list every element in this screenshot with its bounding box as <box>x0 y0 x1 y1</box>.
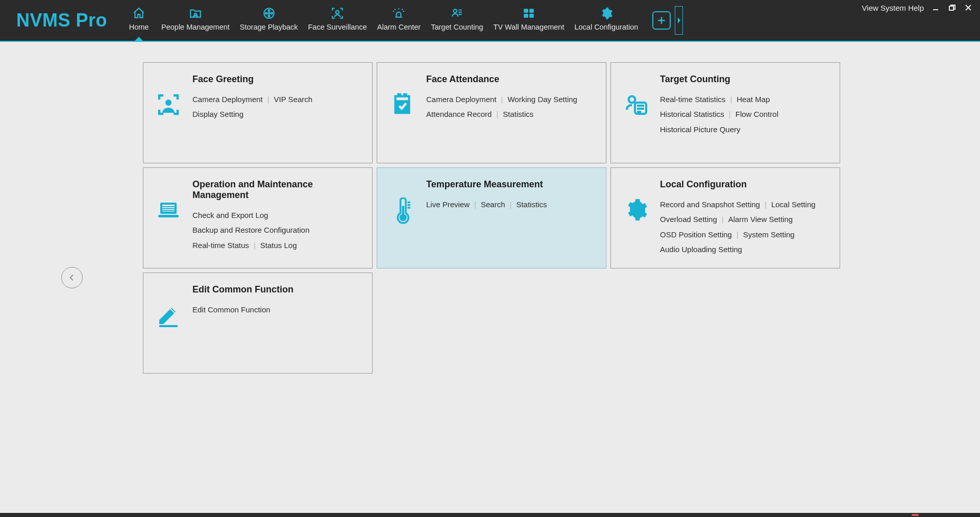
alarm-icon <box>391 5 406 21</box>
svg-point-21 <box>401 215 406 220</box>
card-title: Target Counting <box>660 74 829 85</box>
page-prev-button[interactable] <box>61 267 83 288</box>
status-bar <box>0 513 980 517</box>
nav-label: People Management <box>161 23 230 31</box>
nav-label: Target Counting <box>431 23 483 31</box>
link-search[interactable]: Search <box>481 197 505 212</box>
nav-add-group <box>652 0 683 41</box>
card-edit-common-function: Edit Common Function Edit Common Functio… <box>143 273 373 374</box>
add-tab-button[interactable] <box>652 11 671 30</box>
link-statistics[interactable]: Statistics <box>516 197 547 212</box>
main-nav: Home People Management Storage Playback … <box>121 0 643 41</box>
card-links: Edit Common Function <box>192 302 362 317</box>
system-help-link[interactable]: View System Help <box>862 4 924 12</box>
svg-point-16 <box>629 96 635 103</box>
link-display-setting[interactable]: Display Setting <box>192 107 243 121</box>
nav-tv-wall[interactable]: TV Wall Management <box>488 0 570 41</box>
nav-target-counting[interactable]: Target Counting <box>426 0 488 41</box>
gear-card-icon <box>621 179 651 258</box>
close-button[interactable] <box>964 3 973 12</box>
link-realtime-statistics[interactable]: Real-time Statistics <box>660 92 725 107</box>
link-heat-map[interactable]: Heat Map <box>737 92 770 107</box>
svg-rect-10 <box>529 9 534 13</box>
nav-label: Local Configuration <box>574 23 638 31</box>
card-title: Face Greeting <box>192 74 362 85</box>
svg-point-14 <box>165 100 172 106</box>
link-flow-control[interactable]: Flow Control <box>736 107 778 121</box>
card-title: Local Configuration <box>660 179 829 190</box>
svg-point-5 <box>268 15 270 17</box>
svg-point-7 <box>336 11 339 14</box>
link-vip-search[interactable]: VIP Search <box>274 92 312 107</box>
link-status-log[interactable]: Status Log <box>260 238 297 253</box>
card-links: Camera Deployment| Working Day Setting A… <box>426 92 596 122</box>
nav-local-configuration[interactable]: Local Configuration <box>569 0 643 41</box>
topbar: NVMS Pro Home People Management Storage … <box>0 0 980 41</box>
cards-grid: Face Greeting Camera Deployment| VIP Sea… <box>143 62 842 374</box>
card-title: Operation and Maintenance Management <box>192 179 362 201</box>
link-overload-setting[interactable]: Overload Setting <box>660 212 717 227</box>
svg-point-6 <box>268 12 270 14</box>
card-links: Camera Deployment| VIP Search Display Se… <box>192 92 362 122</box>
minimize-button[interactable] <box>931 3 940 12</box>
link-check-export-log[interactable]: Check and Export Log <box>192 208 268 223</box>
nav-face-surveillance[interactable]: Face Surveillance <box>303 0 372 41</box>
link-audio-uploading-setting[interactable]: Audio Uploading Setting <box>660 242 742 257</box>
edit-icon <box>154 284 183 363</box>
svg-rect-9 <box>524 9 528 13</box>
card-face-greeting: Face Greeting Camera Deployment| VIP Sea… <box>143 62 373 163</box>
face-greeting-icon <box>154 74 183 153</box>
expand-nav-button[interactable] <box>675 6 683 35</box>
card-links: Live Preview| Search| Statistics <box>426 197 596 212</box>
nav-alarm-center[interactable]: Alarm Center <box>372 0 426 41</box>
link-osd-position-setting[interactable]: OSD Position Setting <box>660 227 732 242</box>
nav-people-management[interactable]: People Management <box>156 0 235 41</box>
link-edit-common-function[interactable]: Edit Common Function <box>192 302 271 317</box>
workspace: Face Greeting Camera Deployment| VIP Sea… <box>0 41 980 513</box>
card-temperature-measurement: Temperature Measurement Live Preview| Se… <box>377 167 606 268</box>
link-attendance-record[interactable]: Attendance Record <box>426 107 492 121</box>
link-live-preview[interactable]: Live Preview <box>426 197 470 212</box>
card-local-configuration: Local Configuration Record and Snapshot … <box>610 167 840 268</box>
svg-rect-11 <box>524 14 528 18</box>
svg-point-8 <box>454 9 457 13</box>
link-historical-statistics[interactable]: Historical Statistics <box>660 107 724 121</box>
nav-label: TV Wall Management <box>494 23 565 31</box>
film-reel-icon <box>262 5 276 21</box>
link-camera-deployment[interactable]: Camera Deployment <box>192 92 263 107</box>
laptop-icon <box>154 179 183 258</box>
home-icon <box>132 5 145 21</box>
target-counting-icon <box>450 5 464 21</box>
link-camera-deployment[interactable]: Camera Deployment <box>426 92 497 107</box>
gear-icon <box>600 5 613 21</box>
link-historical-picture-query[interactable]: Historical Picture Query <box>660 122 741 137</box>
card-title: Face Attendance <box>426 74 596 85</box>
link-record-snapshot-setting[interactable]: Record and Snapshot Setting <box>660 197 760 212</box>
thermometer-icon <box>387 179 417 258</box>
card-title: Edit Common Function <box>192 284 362 295</box>
face-attendance-icon <box>387 74 417 153</box>
nav-storage-playback[interactable]: Storage Playback <box>235 0 303 41</box>
folder-people-icon <box>188 5 203 21</box>
maximize-button[interactable] <box>947 3 957 12</box>
link-realtime-status[interactable]: Real-time Status <box>192 238 249 253</box>
card-links: Real-time Statistics| Heat Map Historica… <box>660 92 829 137</box>
nav-label: Storage Playback <box>240 23 298 31</box>
link-alarm-view-setting[interactable]: Alarm View Setting <box>728 212 793 227</box>
svg-rect-20 <box>158 215 179 217</box>
link-statistics[interactable]: Statistics <box>503 107 533 121</box>
link-backup-restore[interactable]: Backup and Restore Configuration <box>192 223 309 237</box>
card-links: Record and Snapshot Setting| Local Setti… <box>660 197 829 257</box>
svg-rect-13 <box>949 6 953 10</box>
nav-label: Face Surveillance <box>308 23 367 31</box>
target-counting-card-icon <box>621 74 651 153</box>
card-links: Check and Export Log Backup and Restore … <box>192 208 362 253</box>
nav-label: Home <box>129 23 149 31</box>
link-working-day-setting[interactable]: Working Day Setting <box>507 92 577 107</box>
svg-rect-12 <box>529 14 534 18</box>
nav-home[interactable]: Home <box>121 0 156 41</box>
link-system-setting[interactable]: System Setting <box>743 227 795 242</box>
link-local-setting[interactable]: Local Setting <box>771 197 816 212</box>
svg-point-4 <box>271 12 272 14</box>
tv-wall-icon <box>522 5 536 21</box>
